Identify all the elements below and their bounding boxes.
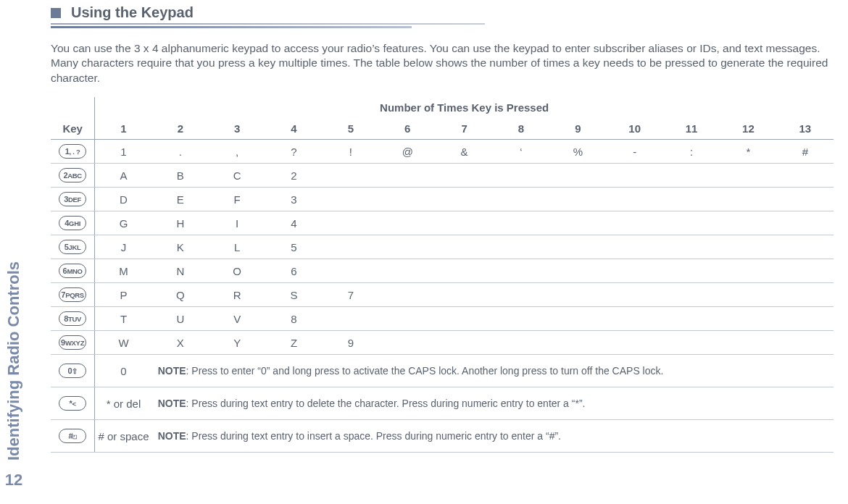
col-8: 8: [493, 118, 549, 140]
key-cell: 5 JKL: [51, 235, 95, 259]
key-cell: 9WXYZ: [51, 331, 95, 355]
char-cell: [663, 283, 720, 307]
char-cell: [663, 307, 720, 331]
char-cell: L: [209, 235, 265, 259]
char-cell: [549, 307, 606, 331]
char-cell: V: [209, 307, 265, 331]
char-cell: [777, 164, 834, 188]
char-cell: K: [152, 235, 209, 259]
char-cell: R: [209, 283, 265, 307]
char-cell: Q: [152, 283, 209, 307]
col-2: 2: [152, 118, 209, 140]
char-cell: [777, 283, 834, 307]
char-cell: 8: [265, 307, 322, 331]
key-cell: # ⏍: [51, 420, 95, 453]
col-10: 10: [607, 118, 663, 140]
char-cell: [777, 211, 834, 235]
char-cell: [493, 235, 549, 259]
key-cell: 1 , . ?: [51, 140, 95, 164]
char-cell: [663, 259, 720, 283]
char-cell: W: [95, 331, 152, 355]
char-cell: [379, 259, 436, 283]
char-cell: [549, 188, 606, 211]
char-cell: ‘: [493, 140, 549, 164]
key-icon: 5 JKL: [59, 240, 86, 254]
key-icon: 9WXYZ: [59, 335, 86, 350]
char-cell: [663, 211, 720, 235]
char-cell: E: [152, 188, 209, 211]
col-9: 9: [549, 118, 606, 140]
char-cell: [777, 307, 834, 331]
char-cell: N: [152, 259, 209, 283]
keypad-table: Number of Times Key is Pressed Key 1 2 3…: [51, 97, 834, 453]
key-icon: 2 ABC: [59, 168, 86, 182]
page-number: 12: [5, 471, 22, 490]
char-cell: [379, 331, 436, 355]
char-cell: M: [95, 259, 152, 283]
char-cell: :: [663, 140, 720, 164]
char-cell: I: [209, 211, 265, 235]
char-cell: 5: [265, 235, 322, 259]
section-sub-rule: [51, 26, 412, 28]
col-5: 5: [323, 118, 379, 140]
key-icon: 4 GHI: [59, 216, 86, 230]
char-cell: D: [95, 188, 152, 211]
char-cell: A: [95, 164, 152, 188]
col-4: 4: [265, 118, 322, 140]
char-cell: 2: [265, 164, 322, 188]
table-row: 1 , . ?1.,?!@&‘%-:*#: [51, 140, 834, 164]
table-header-span-row: Number of Times Key is Pressed: [51, 97, 834, 118]
col-6: 6: [379, 118, 436, 140]
char-cell: # or space: [95, 420, 152, 453]
char-cell: [663, 331, 720, 355]
char-cell: B: [152, 164, 209, 188]
key-cell: 4 GHI: [51, 211, 95, 235]
col-12: 12: [720, 118, 776, 140]
char-cell: Z: [265, 331, 322, 355]
char-cell: [436, 283, 492, 307]
char-cell: T: [95, 307, 152, 331]
char-cell: [549, 235, 606, 259]
char-cell: [379, 283, 436, 307]
char-cell: [379, 211, 436, 235]
char-cell: [436, 188, 492, 211]
char-cell: 9: [323, 331, 379, 355]
table-row: 5 JKLJKL5: [51, 235, 834, 259]
header-span-label: Number of Times Key is Pressed: [95, 97, 834, 118]
char-cell: [607, 283, 663, 307]
char-cell: [777, 188, 834, 211]
char-cell: P: [95, 283, 152, 307]
char-cell: [493, 283, 549, 307]
header-blank: [51, 97, 95, 118]
char-cell: [607, 188, 663, 211]
char-cell: X: [152, 331, 209, 355]
col-7: 7: [436, 118, 492, 140]
char-cell: 4: [265, 211, 322, 235]
section-bullet-icon: [51, 8, 61, 18]
char-cell: [720, 164, 776, 188]
char-cell: [493, 188, 549, 211]
side-label: Identifying Radio Controls 12: [0, 0, 28, 504]
key-cell: 0 ⇧: [51, 355, 95, 387]
char-cell: [436, 164, 492, 188]
char-cell: [549, 164, 606, 188]
char-cell: [379, 164, 436, 188]
char-cell: [493, 307, 549, 331]
key-cell: 2 ABC: [51, 164, 95, 188]
char-cell: [720, 331, 776, 355]
table-row: 7PQRSPQRS7: [51, 283, 834, 307]
key-icon: 0 ⇧: [59, 364, 86, 378]
table-row: 3 DEFDEF3: [51, 188, 834, 211]
char-cell: [379, 188, 436, 211]
char-cell: [493, 331, 549, 355]
char-cell: 6: [265, 259, 322, 283]
char-cell: [436, 259, 492, 283]
char-cell: F: [209, 188, 265, 211]
char-cell: [607, 211, 663, 235]
char-cell: C: [209, 164, 265, 188]
char-cell: 0: [95, 355, 152, 387]
chapter-label: Identifying Radio Controls: [4, 261, 23, 461]
table-row: 6 MNOMNO6: [51, 259, 834, 283]
col-1: 1: [95, 118, 152, 140]
key-icon: # ⏍: [59, 429, 86, 443]
